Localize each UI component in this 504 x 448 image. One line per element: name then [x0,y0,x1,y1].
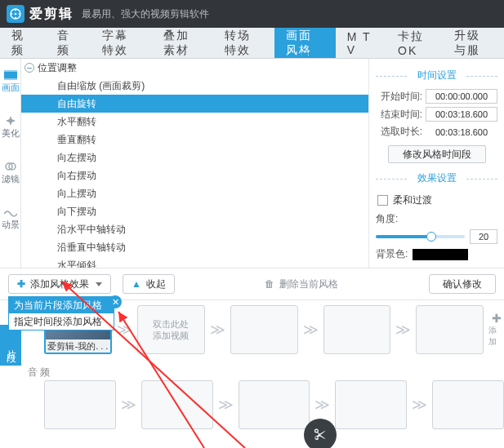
effect-item[interactable]: 沿水平中轴转动 [21,220,368,238]
arrow-icon: ≫ [314,396,330,414]
menu-close-button[interactable]: ✕ [109,295,122,308]
tab-style[interactable]: 画面风格 [274,28,336,58]
effect-item[interactable]: 水平倾斜 [21,256,368,268]
sidecat-beauty[interactable]: 美化 [0,104,20,150]
soft-transition-label: 柔和过渡 [393,193,432,207]
svg-rect-8 [4,78,17,80]
angle-label: 角度: [376,212,398,226]
app-logo-icon [7,5,25,23]
collapse-group-icon[interactable]: – [25,63,34,73]
cut-fab-button[interactable] [304,419,337,448]
sidecat-frame[interactable]: 画面 [0,59,20,104]
tab-mtv[interactable]: M T V [336,28,386,58]
collapse-label: 收起 [146,277,166,291]
arrow-icon: ≫ [121,396,136,414]
add-style-button[interactable]: ✚ 添加风格效果 [8,274,111,294]
end-time-label: 结束时间: [381,108,422,122]
audio-slot[interactable] [335,380,407,429]
empty-slot[interactable] [323,305,391,354]
effect-item[interactable]: 自由旋转 [21,95,368,113]
sidecat-frame-label: 画面 [2,82,20,94]
empty-slot[interactable] [230,305,298,354]
dropdown-icon [96,282,102,286]
sidecat-filter[interactable]: 滤镜 [0,150,20,196]
time-section-title: 时间设置 [376,69,497,82]
add-track-button[interactable]: ✚添加 [488,312,504,348]
trash-icon: 🗑 [265,278,274,290]
plus-icon: ✚ [492,312,502,325]
tab-subtitle[interactable]: 字幕特效 [91,28,152,58]
effect-item[interactable]: 自由缩放 (画面裁剪) [21,77,368,95]
svg-rect-6 [4,72,17,78]
tab-overlay[interactable]: 叠加素材 [152,28,213,58]
effects-group-header[interactable]: – 位置调整 [21,59,368,77]
bgcolor-label: 背景色: [376,247,408,261]
audio-slot[interactable] [432,380,504,429]
effect-item[interactable]: 沿垂直中轴转动 [21,238,368,256]
add-style-menu: 为当前片段添加风格 指定时间段添加风格 ✕ [8,296,114,330]
effects-group-title: 位置调整 [38,61,77,75]
soft-transition-checkbox[interactable]: 柔和过渡 [377,193,497,207]
effect-item[interactable]: 水平翻转 [21,113,368,131]
tab-audio[interactable]: 音 频 [46,28,91,58]
arrow-icon: ≫ [412,396,427,414]
effect-item[interactable]: 向上摆动 [21,184,368,202]
tab-video[interactable]: 视 频 [0,28,46,58]
effect-item[interactable]: 向左摆动 [21,149,368,166]
svg-point-3 [15,17,16,19]
sidecat-beauty-label: 美化 [2,127,20,140]
arrow-icon: ≫ [210,321,225,339]
settings-panel: 时间设置 开始时间:00:00:00.000 结束时间:00:03:18.600… [369,59,504,268]
tab-transition[interactable]: 转场特效 [213,28,274,58]
sidecat-motion-label: 动景 [2,219,20,231]
fx-section-title: 效果设置 [376,171,497,185]
duration-label: 选取时长: [381,125,422,139]
tab-karaoke[interactable]: 卡拉OK [386,28,443,58]
arrow-icon: ≫ [117,321,132,339]
arrow-icon: ≫ [303,321,319,339]
scissors-icon [312,427,328,443]
svg-point-1 [15,13,17,16]
clip-caption: 爱剪辑-我的. . . [46,339,110,353]
bgcolor-swatch[interactable] [413,249,468,260]
angle-input[interactable]: 20 [470,229,497,244]
audio-slot[interactable] [141,380,213,429]
slider-thumb-icon[interactable] [426,232,436,242]
tab-upgrade[interactable]: 升级与服 [443,28,504,58]
arrow-icon: ≫ [395,321,411,339]
confirm-button[interactable]: 确认修改 [429,274,496,294]
app-subtitle: 最易用、强大的视频剪辑软件 [82,7,209,21]
frame-icon [4,70,17,80]
effect-item[interactable]: 垂直翻转 [21,131,368,149]
start-time-label: 开始时间: [381,90,422,104]
collapse-button[interactable]: ▲ 收起 [123,274,175,294]
delete-style-label: 删除当前风格 [279,277,338,291]
effects-list[interactable]: 自由缩放 (画面裁剪) 自由旋转 水平翻转 垂直翻转 向左摆动 向右摆动 向上摆… [21,77,368,268]
audio-row-label: 音 频 [28,366,50,379]
add-video-slot[interactable]: 双击此处添加视频 [137,305,205,354]
wave-icon [4,207,17,217]
filter-icon [4,162,17,171]
duration-value: 00:03:18.600 [426,127,497,137]
empty-slot[interactable] [416,305,484,354]
sparkle-icon [4,116,17,126]
modify-time-button[interactable]: 修改风格时间段 [388,145,486,163]
angle-slider[interactable] [376,235,465,238]
effect-item[interactable]: 向下摆动 [21,202,368,220]
audio-slot[interactable] [239,380,310,429]
end-time-input[interactable]: 00:03:18.600 [426,107,497,122]
delete-style-button[interactable]: 🗑 删除当前风格 [265,277,338,291]
start-time-input[interactable]: 00:00:00.000 [426,89,497,104]
add-track-label: 添加 [488,325,504,348]
audio-slot[interactable] [44,380,116,429]
collapse-icon: ▲ [132,278,141,290]
svg-point-5 [19,13,20,15]
sidecat-motion[interactable]: 动景 [0,196,20,242]
add-style-label: 添加风格效果 [30,277,89,291]
add-video-hint: 双击此处添加视频 [153,318,189,341]
timeline-side-tab[interactable]: 片段 [0,325,21,366]
menu-add-current-clip[interactable]: 为当前片段添加风格 [9,297,114,313]
main-tabbar: 视 频 音 频 字幕特效 叠加素材 转场特效 画面风格 M T V 卡拉OK 升… [0,28,504,59]
effect-item[interactable]: 向右摆动 [21,166,368,184]
menu-add-timerange[interactable]: 指定时间段添加风格 [9,313,114,330]
